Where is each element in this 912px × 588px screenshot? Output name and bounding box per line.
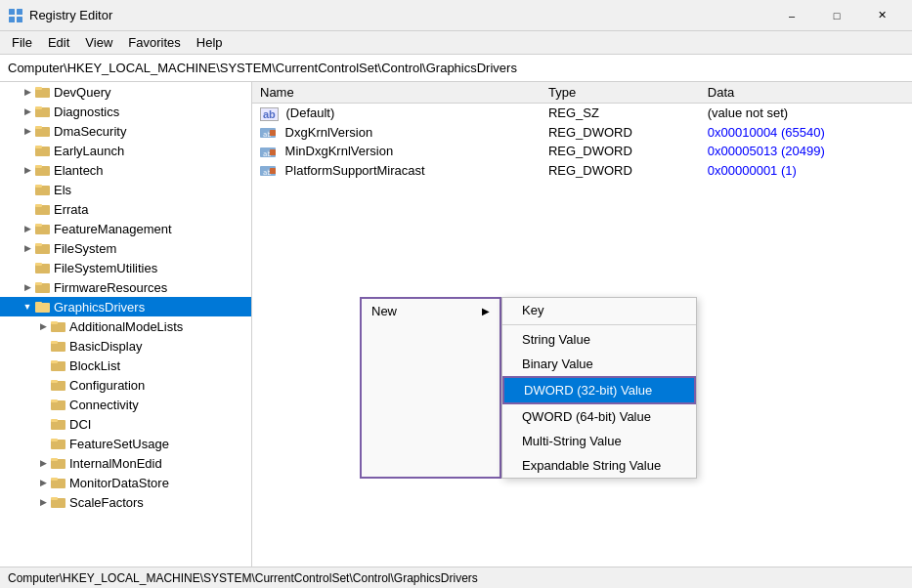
tree-label: DmaSecurity <box>54 124 126 139</box>
context-multistring-label: Multi-String Value <box>522 434 622 448</box>
tree-item-elantech[interactable]: ▶ Elantech <box>0 160 251 180</box>
tree-item-blocklist[interactable]: ▶ BlockList <box>0 356 251 375</box>
folder-icon <box>51 398 66 411</box>
context-qword-value[interactable]: QWORD (64-bit) Value <box>502 404 696 429</box>
table-row[interactable]: ab DxgKrnlVersion REG_DWORD 0x00010004 (… <box>252 123 912 143</box>
svg-rect-57 <box>270 168 276 174</box>
expand-arrow: ▶ <box>35 455 51 471</box>
folder-icon <box>35 261 51 274</box>
folder-icon <box>51 358 66 372</box>
tree-item-diagnostics[interactable]: ▶ Diagnostics <box>0 102 251 121</box>
tree-label: DCI <box>69 417 91 432</box>
tree-item-earlylaunch[interactable]: ▶ EarlyLaunch <box>0 141 251 160</box>
svg-rect-2 <box>9 17 15 22</box>
col-name[interactable]: Name <box>252 82 541 104</box>
table-row[interactable]: ab (Default) REG_SZ (value not set) <box>252 104 912 123</box>
close-button[interactable]: ✕ <box>859 0 904 31</box>
tree-item-featuremanagement[interactable]: ▶ FeatureManagement <box>0 219 251 238</box>
context-expandable-value[interactable]: Expandable String Value <box>502 453 696 478</box>
context-multistring-value[interactable]: Multi-String Value <box>502 429 696 453</box>
minimize-button[interactable]: – <box>769 0 814 31</box>
tree-label: FeatureManagement <box>54 222 172 236</box>
context-key-label: Key <box>522 303 543 317</box>
context-dword-value[interactable]: DWORD (32-bit) Value <box>502 376 696 404</box>
tree-item-additionalmodelists[interactable]: ▶ AdditionalModeLists <box>0 316 251 336</box>
tree-item-basicdisplay[interactable]: ▶ BasicDisplay <box>0 336 251 356</box>
svg-rect-26 <box>35 282 42 285</box>
tree-item-graphicsdrivers[interactable]: ▼ GraphicsDrivers <box>0 297 251 316</box>
cell-name: ab (Default) <box>252 104 541 123</box>
menu-help[interactable]: Help <box>189 33 231 52</box>
cell-type: REG_SZ <box>541 104 700 123</box>
menu-bar: File Edit View Favorites Help <box>0 31 912 55</box>
tree-item-errata[interactable]: ▶ Errata <box>0 199 251 219</box>
tree-item-dmasecurity[interactable]: ▶ DmaSecurity <box>0 121 251 141</box>
folder-icon <box>35 222 51 235</box>
tree-item-els[interactable]: ▶ Els <box>0 180 251 199</box>
main-content: ▶ DevQuery ▶ Diagnostics ▶ Dm <box>0 82 912 567</box>
folder-icon <box>51 378 66 392</box>
tree-item-internalmonedid[interactable]: ▶ InternalMonEdid <box>0 453 251 473</box>
context-binary-value[interactable]: Binary Value <box>502 352 696 376</box>
col-type[interactable]: Type <box>541 82 700 104</box>
tree-label: Diagnostics <box>54 105 119 119</box>
registry-table: Name Type Data ab (Default) REG_SZ (valu… <box>252 82 912 180</box>
context-expandable-label: Expandable String Value <box>522 458 661 473</box>
tree-item-connectivity[interactable]: ▶ Connectivity <box>0 395 251 414</box>
app-icon <box>8 8 23 23</box>
menu-file[interactable]: File <box>4 33 40 52</box>
context-submenu: Key String Value Binary Value DWORD (32-… <box>501 297 697 479</box>
tree-item-scalefactors[interactable]: ▶ ScaleFactors <box>0 492 251 512</box>
svg-rect-30 <box>51 321 58 324</box>
svg-rect-12 <box>35 146 42 148</box>
tree-scroll[interactable]: ▶ DevQuery ▶ Diagnostics ▶ Dm <box>0 82 251 567</box>
table-row[interactable]: ab MinDxgKrnlVersion REG_DWORD 0x0000501… <box>252 142 912 161</box>
tree-item-devquery[interactable]: ▶ DevQuery <box>0 82 251 102</box>
status-text: Computer\HKEY_LOCAL_MACHINE\SYSTEM\Curre… <box>8 571 478 585</box>
svg-rect-10 <box>35 126 42 129</box>
right-panel: Name Type Data ab (Default) REG_SZ (valu… <box>252 82 912 567</box>
tree-label: DevQuery <box>54 85 111 100</box>
cell-name: ab DxgKrnlVersion <box>252 123 541 143</box>
expand-arrow: ▶ <box>20 279 35 295</box>
folder-icon <box>35 183 51 196</box>
tree-item-monitordatastore[interactable]: ▶ MonitorDataStore <box>0 473 251 492</box>
folder-icon <box>51 456 66 470</box>
expand-arrow: ▶ <box>20 240 35 256</box>
folder-icon <box>51 319 66 333</box>
tree-item-filesystem[interactable]: ▶ FileSystem <box>0 238 251 258</box>
table-row[interactable]: ab PlatformSupportMiracast REG_DWORD 0x0… <box>252 161 912 181</box>
tree-item-featuresetusage[interactable]: ▶ FeatureSetUsage <box>0 434 251 453</box>
context-qword-label: QWORD (64-bit) Value <box>522 409 651 424</box>
folder-icon <box>51 417 66 431</box>
svg-rect-20 <box>35 224 42 227</box>
context-new-item[interactable]: New ▶ <box>362 299 499 323</box>
context-key[interactable]: Key <box>502 298 696 322</box>
svg-rect-46 <box>51 478 58 481</box>
svg-rect-18 <box>35 204 42 207</box>
svg-rect-8 <box>35 106 42 109</box>
maximize-button[interactable]: □ <box>814 0 859 31</box>
menu-favorites[interactable]: Favorites <box>120 33 188 52</box>
folder-icon <box>51 339 66 353</box>
menu-edit[interactable]: Edit <box>40 33 77 52</box>
menu-view[interactable]: View <box>77 33 120 52</box>
tree-item-dci[interactable]: ▶ DCI <box>0 414 251 434</box>
svg-rect-0 <box>9 9 15 15</box>
window-controls: – □ ✕ <box>769 0 904 31</box>
cell-name: ab MinDxgKrnlVersion <box>252 142 541 161</box>
svg-rect-14 <box>35 165 42 168</box>
context-menu-overlay: New ▶ Key String Value Binary Value <box>360 297 697 479</box>
col-data[interactable]: Data <box>700 82 912 104</box>
expand-arrow: ▼ <box>20 299 35 315</box>
tree-item-firmwareresources[interactable]: ▶ FirmwareResources <box>0 277 251 297</box>
context-binary-label: Binary Value <box>522 357 593 371</box>
cell-name: ab PlatformSupportMiracast <box>252 161 541 181</box>
tree-item-configuration[interactable]: ▶ Configuration <box>0 375 251 395</box>
cell-type: REG_DWORD <box>541 123 700 143</box>
dword-icon: ab <box>260 164 278 178</box>
svg-rect-34 <box>51 360 58 363</box>
tree-item-filesystemutilities[interactable]: ▶ FileSystemUtilities <box>0 258 251 277</box>
context-string-value[interactable]: String Value <box>502 327 696 352</box>
expand-arrow: ▶ <box>35 475 51 490</box>
